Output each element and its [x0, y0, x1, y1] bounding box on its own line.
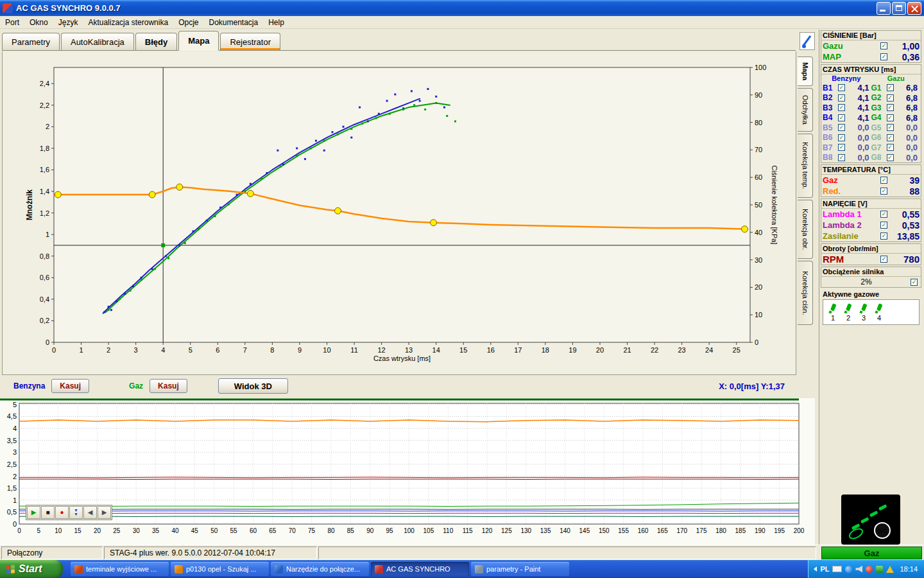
side-tab-korekcja-obr[interactable]: Korekcja obr.: [798, 200, 813, 259]
side-tab-odchy-ka[interactable]: Odchyłka: [798, 88, 813, 132]
injector-icon: [843, 303, 853, 315]
side-tab-korekcja-temp[interactable]: Korekcja temp.: [798, 134, 813, 198]
menu-item-port[interactable]: Port: [0, 17, 24, 28]
probe-tool-button[interactable]: [800, 32, 815, 50]
checkbox-g2[interactable]: [887, 94, 894, 101]
checkbox-b2[interactable]: [838, 94, 845, 101]
svg-text:105: 105: [424, 527, 434, 534]
tab-autokalibracja[interactable]: AutoKalibracja: [61, 33, 134, 50]
checkbox-g4[interactable]: [887, 114, 894, 121]
minimize-button[interactable]: [877, 2, 891, 15]
gaz-label: Gaz: [129, 381, 143, 390]
label-b2: B2: [823, 93, 837, 102]
taskbar-item-parametry-paint[interactable]: parametry - Paint: [471, 562, 569, 576]
svg-text:60: 60: [250, 527, 257, 534]
network-icon[interactable]: [845, 566, 852, 573]
menu-item-aktualizacja-sterownika[interactable]: Aktualizacja sterownika: [83, 17, 173, 28]
menu-item-okno[interactable]: Okno: [24, 17, 53, 28]
jump-down-button[interactable]: ▼▼: [69, 506, 83, 519]
checkbox-rpm[interactable]: [880, 256, 887, 263]
checkbox-g7[interactable]: [887, 144, 894, 151]
svg-text:5: 5: [37, 527, 41, 534]
checkbox-lambda-2[interactable]: [880, 222, 887, 229]
active-injectors-box: 1234: [823, 299, 920, 325]
svg-text:3: 3: [134, 346, 138, 354]
checkbox-red[interactable]: [880, 188, 887, 195]
checkbox-gaz[interactable]: [880, 177, 887, 184]
recorder-strip-panel: 00,511,522,533,544,550510152025303540455…: [0, 398, 815, 545]
menu-item-dokumentacja[interactable]: Dokumentacja: [203, 17, 263, 28]
taskbar-item-ac-gas-synchro[interactable]: AC GAS SYNCHRO: [371, 562, 469, 576]
tab-mapa[interactable]: Mapa: [178, 31, 219, 51]
next-button[interactable]: ▶: [98, 506, 111, 519]
taskbar-item-p0130-opel-szukaj[interactable]: p0130 opel - Szukaj ...: [171, 562, 269, 576]
label-g7: G7: [871, 143, 886, 152]
taskbar-item-label: AC GAS SYNCHRO: [386, 565, 450, 573]
checkbox-gazu[interactable]: [880, 42, 887, 49]
label-g8: G8: [871, 153, 886, 162]
taskbar-item-narz-dzie-do-po-cze[interactable]: Narzędzie do połącze...: [271, 562, 369, 576]
value-b1: 4,1: [846, 83, 871, 92]
side-tab-mapa[interactable]: Mapa: [798, 57, 813, 86]
side-tab-korekcja-ci-n[interactable]: Korekcja ciśn.: [798, 261, 813, 325]
kasuj-benzyna-button[interactable]: Kasuj: [51, 379, 89, 393]
menu-item-opcje[interactable]: Opcje: [173, 17, 203, 28]
alert-icon[interactable]: [866, 566, 873, 573]
checkbox-g5[interactable]: [887, 124, 894, 131]
language-indicator[interactable]: PL: [820, 565, 829, 573]
checkbox-b1[interactable]: [838, 84, 845, 91]
tab-parametry[interactable]: Parametry: [2, 33, 60, 50]
checkbox-b8[interactable]: [838, 154, 845, 161]
kasuj-gaz-button[interactable]: Kasuj: [150, 379, 187, 393]
svg-text:1: 1: [46, 231, 49, 238]
svg-text:95: 95: [386, 527, 394, 534]
checkbox-zasilanie[interactable]: [880, 232, 887, 240]
play-button[interactable]: ▶: [27, 506, 40, 519]
injection-row-b5: B50,0G50,0: [821, 123, 921, 133]
injector-number: 3: [862, 315, 866, 322]
stop-button[interactable]: ■: [41, 506, 55, 519]
checkbox-b7[interactable]: [838, 144, 845, 151]
svg-text:40: 40: [171, 527, 179, 534]
checkbox-g3[interactable]: [887, 104, 894, 111]
checkbox-g6[interactable]: [887, 134, 894, 141]
injector-indicator-3: 3: [857, 303, 871, 322]
menu-item-help[interactable]: Help: [263, 17, 289, 28]
taskbar-item-terminale-wyj-ciowe[interactable]: terminale wyjściowe ...: [71, 562, 169, 576]
checkbox-lambda-1[interactable]: [880, 211, 887, 218]
close-button[interactable]: [907, 2, 921, 15]
svg-text:10: 10: [323, 346, 330, 354]
label-lambda-1: Lambda 1: [823, 209, 879, 219]
checkbox-b3[interactable]: [838, 104, 845, 111]
checkbox-g8[interactable]: [887, 154, 894, 161]
prev-button[interactable]: ◀: [83, 506, 97, 519]
fuel-mode-indicator[interactable]: Gaz: [821, 547, 922, 559]
checkbox-b4[interactable]: [838, 114, 845, 121]
record-button[interactable]: ●: [55, 506, 69, 519]
engine-load-checkbox[interactable]: [911, 279, 918, 286]
map-chart[interactable]: 00,20,40,60,811,21,41,61,822,22,40102030…: [3, 51, 796, 374]
restore-button[interactable]: [892, 2, 906, 15]
checkbox-b6[interactable]: [838, 134, 845, 141]
keyboard-icon[interactable]: [832, 566, 842, 572]
svg-text:1,4: 1,4: [40, 188, 49, 195]
status-spacer: [318, 547, 816, 559]
svg-text:100: 100: [404, 527, 415, 534]
tray-collapse-icon[interactable]: [814, 566, 817, 572]
checkbox-map[interactable]: [880, 53, 887, 60]
svg-text:1,6: 1,6: [40, 166, 49, 173]
tab-b-dy[interactable]: Błędy: [135, 33, 177, 50]
start-button[interactable]: Start: [0, 560, 63, 578]
antivirus-icon[interactable]: [876, 566, 883, 573]
tab-rejestrator[interactable]: Rejestrator: [220, 33, 280, 50]
menu-item-j-zyk[interactable]: Język: [53, 17, 83, 28]
svg-text:65: 65: [269, 527, 277, 534]
widok-3d-button[interactable]: Widok 3D: [218, 378, 288, 394]
volume-icon[interactable]: [855, 566, 862, 573]
svg-text:20: 20: [755, 283, 762, 291]
checkbox-g1[interactable]: [887, 84, 894, 91]
svg-text:30: 30: [755, 256, 762, 264]
warning-icon[interactable]: [886, 566, 894, 573]
checkbox-b5[interactable]: [838, 124, 845, 131]
recorder-strip-chart[interactable]: 00,511,522,533,544,550510152025303540455…: [0, 398, 815, 543]
